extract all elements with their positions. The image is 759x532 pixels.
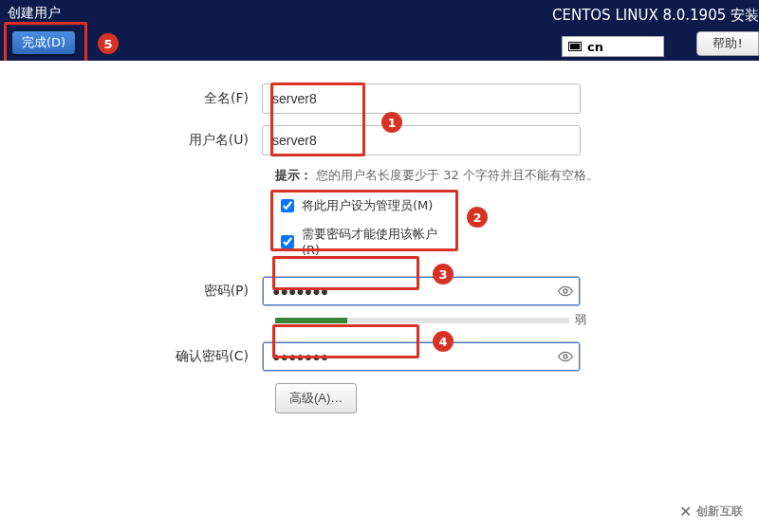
confirm-password-label: 确认密码(C): [0, 348, 262, 365]
admin-checkbox[interactable]: [281, 199, 294, 212]
svg-point-0: [564, 289, 567, 293]
admin-checkbox-label: 将此用户设为管理员(M): [302, 197, 433, 214]
confirm-password-input[interactable]: [262, 341, 581, 372]
keyboard-icon: [568, 42, 582, 51]
password-label: 密码(P): [0, 283, 262, 300]
require-password-checkbox-label: 需要密码才能使用该帐户(R): [302, 226, 455, 257]
password-strength-bar: [275, 318, 569, 323]
page-title: 创建用户: [8, 5, 61, 22]
help-button[interactable]: 帮助!: [696, 31, 759, 56]
svg-point-1: [564, 355, 567, 358]
keyboard-layout-label: cn: [587, 40, 603, 54]
watermark: ✕ 创新互联: [664, 490, 759, 532]
done-button[interactable]: 完成(D): [11, 30, 76, 55]
require-password-checkbox[interactable]: [281, 235, 294, 248]
watermark-icon: ✕: [679, 503, 693, 521]
hint-text: 您的用户名长度要少于 32 个字符并且不能有空格。: [316, 168, 599, 182]
keyboard-layout-selector[interactable]: cn: [562, 36, 664, 57]
username-input[interactable]: [262, 125, 581, 156]
watermark-text: 创新互联: [696, 504, 744, 520]
password-strength-label: 弱: [575, 312, 586, 328]
eye-icon[interactable]: [558, 349, 573, 364]
fullname-label: 全名(F): [0, 90, 262, 107]
advanced-button[interactable]: 高级(A)…: [275, 383, 357, 413]
hint-lead: 提示：: [275, 168, 312, 182]
fullname-input[interactable]: [262, 83, 581, 114]
require-password-checkbox-row[interactable]: 需要密码才能使用该帐户(R): [281, 226, 455, 257]
installer-title: CENTOS LINUX 8.0.1905 安装: [552, 7, 759, 25]
username-label: 用户名(U): [0, 132, 262, 149]
annotation-step-5: 5: [98, 33, 119, 54]
eye-icon[interactable]: [558, 284, 573, 299]
admin-checkbox-row[interactable]: 将此用户设为管理员(M): [281, 197, 455, 214]
checkbox-group: 将此用户设为管理员(M) 需要密码才能使用该帐户(R): [275, 192, 461, 272]
password-input[interactable]: [262, 276, 581, 306]
